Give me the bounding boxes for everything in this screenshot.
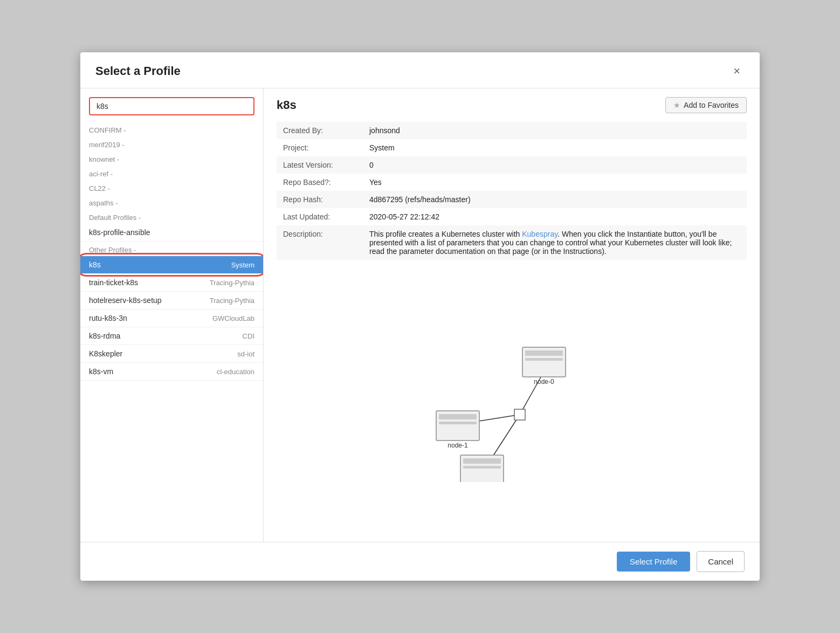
item-project: sd-iot <box>237 350 254 358</box>
item-name: k8s-rdma <box>89 332 120 340</box>
item-name: k8s-vm <box>89 367 113 376</box>
value-latest-version: 0 <box>363 156 747 174</box>
modal-header: Select a Profile × <box>80 52 760 88</box>
modal-footer: Select Profile Cancel <box>80 542 760 581</box>
topology-area: node-0 node-1 node-2 <box>277 279 747 533</box>
list-item[interactable]: train-ticket-k8s Tracing-Pythia <box>80 274 263 292</box>
svg-rect-9 <box>439 414 477 419</box>
svg-rect-6 <box>525 358 563 361</box>
label-last-updated: Last Updated: <box>277 208 363 225</box>
label-description: Description: <box>277 225 363 260</box>
info-row-description: Description: This profile creates a Kube… <box>277 225 747 260</box>
modal-body: CONFIRM - merif2019 - knownet - aci-ref … <box>80 88 760 542</box>
info-row-repo-hash: Repo Hash: 4d867295 (refs/heads/master) <box>277 191 747 208</box>
list-item[interactable]: hotelreserv-k8s-setup Tracing-Pythia <box>80 292 263 309</box>
svg-rect-3 <box>514 409 525 420</box>
kubespray-link[interactable]: Kubespray <box>522 230 557 238</box>
item-name: rutu-k8s-3n <box>89 314 127 322</box>
group-label-other: Other Profiles - <box>80 242 263 256</box>
info-row-created-by: Created By: johnsond <box>277 122 747 139</box>
cancel-button[interactable]: Cancel <box>697 551 745 572</box>
select-profile-button[interactable]: Select Profile <box>617 552 690 572</box>
value-description: This profile creates a Kubernetes cluste… <box>363 225 747 260</box>
svg-rect-5 <box>525 350 563 356</box>
label-repo-based: Repo Based?: <box>277 174 363 191</box>
add-to-favorites-label: Add to Favorites <box>684 101 739 109</box>
value-repo-based: Yes <box>363 174 747 191</box>
svg-rect-14 <box>463 466 501 469</box>
label-latest-version: Latest Version: <box>277 156 363 174</box>
value-last-updated: 2020-05-27 22:12:42 <box>363 208 747 225</box>
modal-overlay: Select a Profile × CONFIRM - merif2019 -… <box>0 0 840 633</box>
search-box-wrapper <box>80 97 263 122</box>
info-row-last-updated: Last Updated: 2020-05-27 22:12:42 <box>277 208 747 225</box>
group-label-merif2019: merif2019 - <box>80 136 263 151</box>
svg-text:node-0: node-0 <box>534 378 554 386</box>
item-project: Tracing-Pythia <box>210 279 254 287</box>
left-panel: CONFIRM - merif2019 - knownet - aci-ref … <box>80 88 264 542</box>
profile-info-table: Created By: johnsond Project: System Lat… <box>277 122 747 260</box>
svg-rect-13 <box>463 458 501 464</box>
search-input[interactable] <box>89 97 254 115</box>
info-row-project: Project: System <box>277 139 747 156</box>
group-label-cl22: CL22 - <box>80 180 263 195</box>
label-project: Project: <box>277 139 363 156</box>
list-item[interactable]: k8s-rdma CDI <box>80 327 263 345</box>
topology-diagram: node-0 node-1 node-2 <box>420 331 603 482</box>
item-name: K8skepler <box>89 349 122 358</box>
label-created-by: Created By: <box>277 122 363 139</box>
right-header: k8s ★ Add to Favorites <box>277 97 747 113</box>
profile-name: k8s <box>277 98 297 112</box>
value-repo-hash: 4d867295 (refs/heads/master) <box>363 191 747 208</box>
modal-title: Select a Profile <box>95 64 181 78</box>
group-label-aspaths: aspaths - <box>80 195 263 209</box>
group-label-confirm: CONFIRM - <box>80 122 263 136</box>
value-project: System <box>363 139 747 156</box>
item-name: k8s-profile-ansible <box>89 228 150 237</box>
label-repo-hash: Repo Hash: <box>277 191 363 208</box>
info-row-latest-version: Latest Version: 0 <box>277 156 747 174</box>
star-icon: ★ <box>673 101 680 109</box>
svg-rect-10 <box>439 422 477 424</box>
item-name: hotelreserv-k8s-setup <box>89 296 162 305</box>
list-item[interactable]: K8skepler sd-iot <box>80 345 263 363</box>
profile-list: CONFIRM - merif2019 - knownet - aci-ref … <box>80 122 263 542</box>
svg-line-2 <box>490 415 520 460</box>
list-item[interactable]: k8s-profile-ansible <box>80 224 263 242</box>
list-item[interactable]: rutu-k8s-3n GWCloudLab <box>80 309 263 327</box>
group-label-aci-ref: aci-ref - <box>80 166 263 180</box>
item-project: CDI <box>243 332 254 340</box>
svg-text:node-1: node-1 <box>447 442 468 449</box>
value-created-by: johnsond <box>363 122 747 139</box>
add-to-favorites-button[interactable]: ★ Add to Favorites <box>665 97 747 113</box>
list-item-k8s-selected[interactable]: k8s System <box>80 256 263 274</box>
item-project: GWCloudLab <box>212 314 254 322</box>
close-button[interactable]: × <box>729 63 745 79</box>
list-item[interactable]: k8s-vm cl-education <box>80 363 263 381</box>
group-label-default: Default Profiles - <box>80 209 263 224</box>
description-pre: This profile creates a Kubernetes cluste… <box>369 230 522 238</box>
item-project: Tracing-Pythia <box>210 297 254 305</box>
item-name: train-ticket-k8s <box>89 278 138 287</box>
right-panel: k8s ★ Add to Favorites Created By: johns… <box>264 88 760 542</box>
info-row-repo-based: Repo Based?: Yes <box>277 174 747 191</box>
item-project: System <box>231 261 254 269</box>
item-project: cl-education <box>217 368 254 376</box>
group-label-knownet: knownet - <box>80 151 263 166</box>
item-name: k8s <box>89 260 101 269</box>
modal: Select a Profile × CONFIRM - merif2019 -… <box>80 52 760 581</box>
